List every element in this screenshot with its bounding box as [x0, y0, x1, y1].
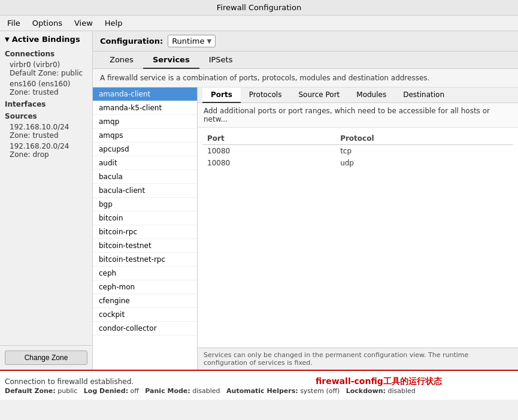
panic-mode-val: disabled [192, 387, 220, 395]
status-line2: Default Zone: public Log Denied: off Pan… [5, 387, 513, 395]
service-list-item[interactable]: cfengine [93, 294, 197, 308]
auto-helpers-val: system (off) [300, 387, 340, 395]
col-port: Port [202, 132, 335, 145]
panic-mode-label: Panic Mode: [145, 387, 190, 395]
fixed-notice: Services can only be changed in the perm… [198, 348, 518, 370]
config-label: Configuration: [100, 37, 163, 46]
config-bar: Configuration: Runtime ▼ [93, 31, 518, 52]
service-list-item[interactable]: bitcoin-rpc [93, 225, 197, 239]
lockdown-val: disabled [388, 387, 416, 395]
inner-tab-modules[interactable]: Modules [348, 87, 395, 103]
service-list-item[interactable]: amqp [93, 115, 197, 129]
tabs-row: Zones Services IPSets [93, 52, 518, 69]
service-list-item[interactable]: bitcoin-testnet [93, 239, 197, 253]
menu-view[interactable]: View [72, 17, 95, 29]
service-list-item[interactable]: ceph [93, 267, 197, 280]
source-name-1: 192.168.10.0/24 [10, 123, 87, 131]
connection-zone-ens160: Zone: trusted [10, 88, 87, 96]
lockdown-label: Lockdown: [346, 387, 386, 395]
main-layout: ▼ Active Bindings Connections virbr0 (vi… [0, 31, 518, 370]
log-denied-label: Log Denied: [84, 387, 128, 395]
status-highlight: firewall-config工具的运行状态 [316, 376, 442, 386]
sidebar-item-virbr0[interactable]: virbr0 (virbr0) Default Zone: public [0, 59, 92, 78]
add-ports-desc: Add additional ports or port ranges, whi… [198, 103, 518, 128]
service-list-item[interactable]: bacula-client [93, 184, 197, 198]
service-panel: amanda-clientamanda-k5-clientamqpamqpsap… [93, 87, 518, 370]
service-list-item[interactable]: condor-collector [93, 322, 197, 336]
chevron-down-icon: ▼ [5, 36, 10, 43]
service-list-item[interactable]: bitcoin [93, 211, 197, 225]
connection-name-virbr0: virbr0 (virbr0) [10, 61, 87, 69]
description-text: A firewalld service is a combination of … [93, 69, 518, 87]
service-list-item[interactable]: bacula [93, 170, 197, 184]
active-bindings-label: Active Bindings [12, 35, 80, 44]
menu-file[interactable]: File [5, 17, 23, 29]
sidebar-bottom: Change Zone [0, 345, 92, 370]
menu-bar: File Options View Help [0, 16, 518, 31]
connection-name-ens160: ens160 (ens160) [10, 80, 87, 88]
app-title: Firewall Configuration [217, 3, 301, 12]
config-select[interactable]: Runtime ▼ [168, 35, 216, 47]
tab-ipsets[interactable]: IPSets [199, 52, 243, 69]
service-list-item[interactable]: bitcoin-testnet-rpc [93, 253, 197, 267]
config-value: Runtime [172, 37, 204, 46]
interfaces-label: Interfaces [0, 98, 92, 110]
dropdown-arrow-icon: ▼ [207, 38, 211, 44]
col-protocol: Protocol [335, 132, 513, 145]
source-name-2: 192.168.20.0/24 [10, 142, 87, 150]
log-denied-val: off [131, 387, 139, 395]
tab-zones[interactable]: Zones [100, 52, 143, 69]
service-list-item[interactable]: apcupsd [93, 143, 197, 156]
status-bar: Connection to firewalld established. fir… [0, 370, 518, 400]
sidebar-item-192-168-10[interactable]: 192.168.10.0/24 Zone: trusted [0, 122, 92, 141]
service-list-item[interactable]: amanda-client [93, 87, 197, 101]
inner-tab-source-port[interactable]: Source Port [290, 87, 348, 103]
tab-services[interactable]: Services [143, 52, 199, 69]
inner-tab-ports[interactable]: Ports [202, 87, 241, 103]
change-zone-button[interactable]: Change Zone [5, 350, 87, 365]
service-list-item[interactable]: amqps [93, 129, 197, 143]
protocol-value: tcp [335, 145, 513, 158]
table-row: 10080udp [202, 157, 513, 169]
connection-status: Connection to firewalld established. [5, 377, 134, 386]
inner-tabs-row: Ports Protocols Source Port Modules Dest… [198, 87, 518, 103]
service-list-item[interactable]: amanda-k5-client [93, 101, 197, 115]
source-zone-1: Zone: trusted [10, 131, 87, 140]
source-zone-2: Zone: drop [10, 150, 87, 159]
right-panel: Ports Protocols Source Port Modules Dest… [198, 87, 518, 370]
protocol-value: udp [335, 157, 513, 169]
ports-table: Port Protocol 10080tcp10080udp [202, 132, 513, 169]
port-value: 10080 [202, 145, 335, 158]
service-list-item[interactable]: cockpit [93, 308, 197, 322]
table-row: 10080tcp [202, 145, 513, 158]
port-value: 10080 [202, 157, 335, 169]
service-list-item[interactable]: bgp [93, 198, 197, 211]
sources-label: Sources [0, 110, 92, 122]
inner-tab-protocols[interactable]: Protocols [241, 87, 290, 103]
menu-options[interactable]: Options [30, 17, 65, 29]
sidebar-item-192-168-20[interactable]: 192.168.20.0/24 Zone: drop [0, 141, 92, 160]
ports-table-area: Port Protocol 10080tcp10080udp [198, 128, 518, 348]
auto-helpers-label: Automatic Helpers: [226, 387, 298, 395]
connection-zone-virbr0: Default Zone: public [10, 69, 87, 77]
default-zone-label: Default Zone: [5, 387, 56, 395]
connections-label: Connections [0, 47, 92, 59]
status-line1: Connection to firewalld established. fir… [5, 376, 513, 387]
default-zone-val: public [57, 387, 77, 395]
service-list[interactable]: amanda-clientamanda-k5-clientamqpamqpsap… [93, 87, 198, 370]
menu-help[interactable]: Help [102, 17, 125, 29]
sidebar: ▼ Active Bindings Connections virbr0 (vi… [0, 31, 93, 370]
content-area: Configuration: Runtime ▼ Zones Services … [93, 31, 518, 370]
inner-tab-destination[interactable]: Destination [395, 87, 453, 103]
active-bindings-header[interactable]: ▼ Active Bindings [0, 31, 92, 47]
service-list-item[interactable]: ceph-mon [93, 280, 197, 294]
title-bar: Firewall Configuration [0, 0, 518, 16]
sidebar-item-ens160[interactable]: ens160 (ens160) Zone: trusted [0, 78, 92, 98]
service-list-item[interactable]: audit [93, 156, 197, 170]
